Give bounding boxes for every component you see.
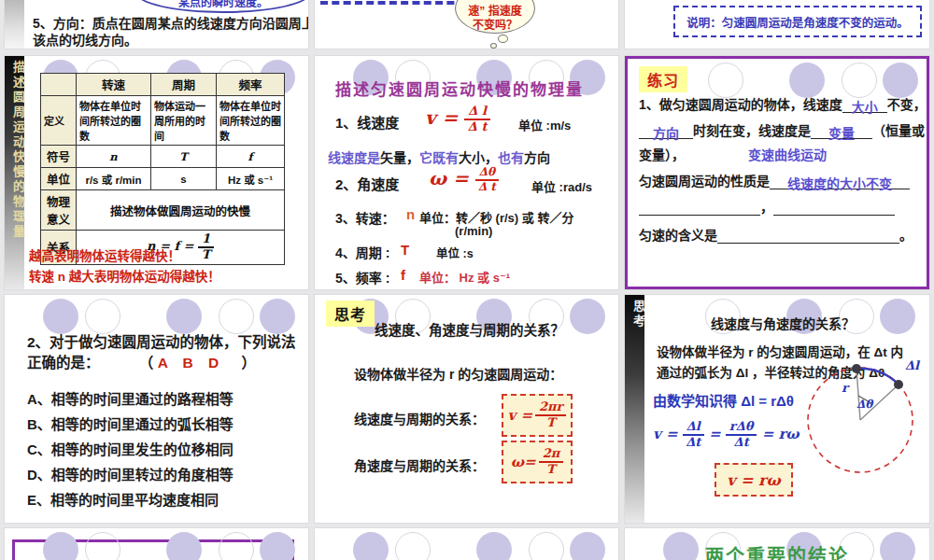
- derivation: v = ΔlΔt = rΔθΔt = rω: [653, 420, 800, 450]
- slide-period-relations[interactable]: 思考 线速度、角速度与周期的关系？ 设物体做半径为 r 的匀速圆周运动： 线速度…: [315, 295, 618, 523]
- frac-num: 2π: [539, 447, 564, 463]
- cell: f: [217, 146, 285, 168]
- slide-v-equals-r-omega[interactable]: 思考 线速度与角速度的关系？ 设物体做半径为 r 的匀速圆周运动，在 Δt 内 …: [625, 295, 929, 523]
- frac-num: 2πr: [535, 400, 566, 416]
- answer: 方向: [653, 126, 679, 141]
- math-note: 由数学知识得 Δl = rΔθ: [653, 390, 794, 410]
- formula-lhs: ω=: [511, 454, 536, 470]
- table-row: 物理意义 描述物体做圆周运动的快慢: [41, 190, 285, 231]
- slide-title: 描述匀速圆周运动快慢的物理量: [335, 77, 584, 100]
- deco-circle: [85, 532, 120, 560]
- relation1-label: 线速度与周期的关系：: [354, 409, 485, 427]
- table-header-row: 转速 周期 频率: [41, 74, 285, 96]
- note-frequency: 越高表明物体运转得越快！: [29, 245, 180, 264]
- relation2-label: 角速度与周期的关系：: [354, 455, 485, 474]
- row-label: 定义: [41, 96, 77, 146]
- note-text: 说明：匀速圆周运动是角速度不变的运动。: [686, 13, 909, 31]
- frac-num: 1: [198, 232, 214, 248]
- option-b: B、相等的时间里通过的弧长相等: [27, 413, 234, 433]
- slide-quantities-table[interactable]: 描述圆周运动快慢的物理量 转速 周期 频率 定义 物体在单位时间所转过的圈数 物…: [5, 56, 308, 289]
- frac-den: Δ t: [464, 120, 490, 134]
- slide-angular-note[interactable]: 说明：匀速圆周运动是角速度不变的运动。: [625, 0, 929, 49]
- slide-partial-conclusions[interactable]: 两个重要的结论: [625, 528, 929, 560]
- slide-velocity-direction[interactable]: 某点的瞬时速度。 5、方向：质点在圆周某点的线速度方向沿圆周上 该点的切线方向。: [5, 0, 308, 49]
- frac-num: Δ l: [464, 105, 490, 120]
- text: 匀速的含义是: [639, 228, 717, 243]
- practice-line4: 匀速圆周运动的性质是线速度的大小不变: [639, 171, 910, 189]
- quantities-table: 转速 周期 频率 定义 物体在单位时间所转过的圈数 物体运动一周所用的时间 物体…: [40, 73, 285, 265]
- vector-seg: 它既有: [419, 150, 459, 165]
- frac-den: T: [535, 416, 566, 430]
- deco-circle: [260, 532, 295, 560]
- deco-circle: [708, 63, 743, 98]
- vector-seg: 大小，: [459, 150, 498, 165]
- table-row: 定义 物体在单位时间所转过的圈数 物体运动一周所用的时间 物体在单位时间所转过的…: [41, 96, 285, 146]
- deco-circle: [395, 532, 431, 560]
- practice-line3: 变量）， 变速曲线运动: [639, 145, 827, 163]
- text: 变量），: [639, 147, 685, 162]
- direction-line-2: 该点的切线方向。: [33, 30, 137, 49]
- frac-den: T: [198, 248, 214, 262]
- text: 时刻在变，线速度是: [693, 123, 811, 138]
- frac-den: Δt: [726, 436, 757, 450]
- slide-practice[interactable]: 练习 1、做匀速圆周运动的物体，线速度大小不变， 方向时刻在变，线速度是变量（恒…: [625, 56, 929, 289]
- deco-circle: [353, 532, 389, 560]
- speech-oval: 某点的瞬时速度。: [135, 0, 308, 13]
- deco-circle: [529, 532, 564, 560]
- direction-line-1: 5、方向：质点在圆周某点的线速度方向沿圆周上: [33, 13, 308, 32]
- item4-symbol: T: [401, 242, 409, 258]
- formula-lhs: v =: [508, 407, 533, 424]
- think-question: 线速度、角速度与周期的关系？: [375, 319, 564, 339]
- option-a: A、相等的时间里通过的路程相等: [27, 388, 234, 408]
- deco-circle: [219, 532, 254, 560]
- deco-circle: [219, 299, 254, 334]
- slide-quantity-definitions[interactable]: 描述匀速圆周运动快慢的物理量 1、线速度 v = Δ lΔ t 单位 :m/s …: [315, 56, 618, 289]
- text: （恒量或: [872, 123, 925, 138]
- deco-circle: [43, 532, 78, 560]
- practice-line5: ，: [639, 197, 895, 216]
- vertical-title: 描述圆周运动快慢的物理量: [7, 56, 27, 240]
- circle-diagram: r Δθ Δl: [802, 349, 926, 489]
- slide-side-bar: 思考: [625, 295, 644, 523]
- oval-text: 某点的瞬时速度。: [178, 0, 268, 11]
- text: 正确的是：: [27, 355, 100, 371]
- practice-line2: 方向时刻在变，线速度是变量（恒量或: [639, 120, 925, 139]
- text: 。: [899, 228, 913, 243]
- table-row: 符号 n T f: [41, 146, 285, 168]
- frac-den: Δ t: [475, 181, 499, 194]
- answer: 变量: [828, 126, 855, 141]
- item2-unit: 单位 :rad/s: [531, 177, 592, 195]
- cell: n: [77, 146, 151, 168]
- deco-circle: [570, 299, 605, 334]
- slide-partial-bordered[interactable]: [5, 528, 308, 560]
- answer: 线速度的大小不变: [787, 176, 892, 191]
- deco-circle: [880, 299, 915, 334]
- question: 线速度与角速度的关系？: [711, 314, 855, 332]
- text: ，: [760, 200, 773, 215]
- vector-seg: 也有: [498, 150, 524, 165]
- deco-circle: [476, 532, 512, 560]
- option-e: E、相等的时间里平均速度相同: [27, 489, 219, 509]
- deco-circle: [43, 299, 78, 334]
- col-header: 转速: [77, 74, 151, 96]
- slide-multiple-choice[interactable]: 2、对于做匀速圆周运动的物体，下列说法 正确的是： （ A B D ） A、相等…: [5, 295, 308, 523]
- item5-label: 5、频率 :: [335, 268, 389, 287]
- cell: r/s 或 r/min: [77, 168, 151, 190]
- dashed-line: [320, 1, 477, 5]
- slide-sorter-canvas[interactable]: 某点的瞬时速度。 5、方向：质点在圆周某点的线速度方向沿圆周上 该点的切线方向。…: [0, 0, 934, 560]
- cell: Hz 或 s⁻¹: [217, 168, 285, 190]
- slide-uniform-speed-question[interactable]: 速” 指速度 不变吗？: [315, 0, 618, 49]
- practice-line1: 1、做匀速圆周运动的物体，线速度大小不变，: [639, 94, 927, 113]
- vector-statement: 线速度是矢量，它既有大小，也有方向: [328, 147, 550, 166]
- frac-den: Δt: [683, 436, 704, 450]
- deco-circle: [883, 63, 918, 98]
- arc-label: Δl: [905, 358, 919, 372]
- vertical-think-badge: 思考: [628, 295, 647, 329]
- frac-num: Δθ: [475, 166, 499, 181]
- item3-unit: 单位：转／秒 (r/s) 或 转／分: [419, 208, 573, 226]
- slide-partial-center[interactable]: [315, 528, 618, 560]
- deco-circle: [260, 299, 295, 334]
- note-box: 说明：匀速圆周运动是角速度不变的运动。: [673, 6, 922, 37]
- vector-seg: 线速度是: [328, 150, 380, 165]
- item3-unit2: (r/min): [455, 224, 492, 238]
